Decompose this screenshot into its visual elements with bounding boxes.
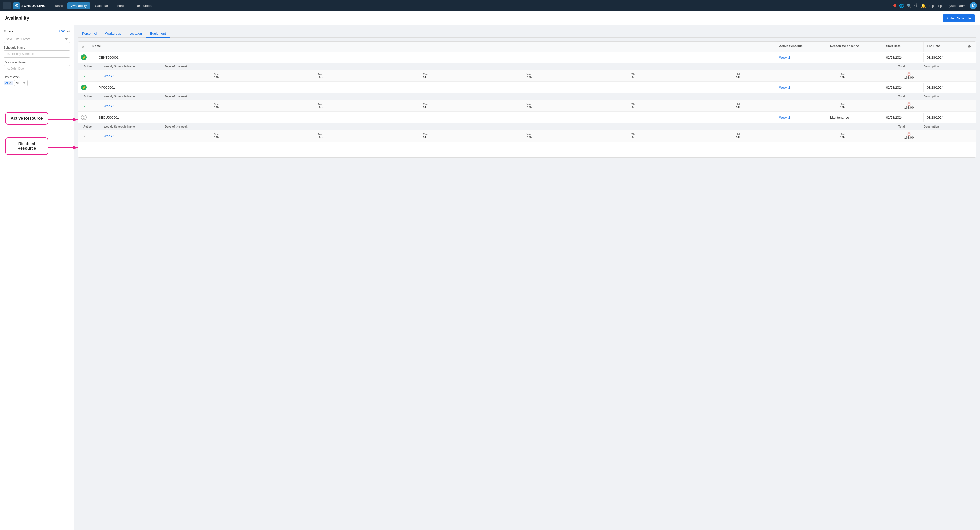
globe-icon[interactable]: 🌐 [899,3,904,8]
sub-th-total: Total [896,63,922,70]
sub-total-cell: ⏰ 168:00 [896,70,922,81]
row-actions-cell [964,55,976,60]
resource-name-label: Resource Name [3,60,70,64]
row-expand-button[interactable]: ⌄ [92,86,97,89]
sub-schedule-link[interactable]: Week 1 [103,134,115,138]
tab-equipment[interactable]: Equipment [146,30,170,38]
search-icon[interactable]: 🔍 [907,3,912,8]
sub-schedule-name-cell: Week 1 [102,72,163,80]
active-status-icon: ⚡ [81,54,87,60]
schedule-link[interactable]: Week 1 [779,116,790,119]
nav-lang: esp [929,4,934,8]
sub-days-cell: Sun24h Mon24h Tue24h Wed24h Thu24h Fri24… [163,101,896,111]
sub-th-schedule-name: Weekly Schedule Name [102,63,163,70]
top-navigation: ← ⏱ SCHEDULING Tasks Availability Calend… [0,0,980,11]
end-date-cell: 03/28/2024 [924,83,964,92]
sidebar: Filters Clear ↤ Save Filter Preset Sched… [0,25,74,530]
schedule-name-input[interactable] [3,51,70,57]
sub-table-row: ✓ Week 1 Sun24h Mon24h Tue24h Wed24h Thu… [78,100,976,112]
sub-th-total: Total [896,93,922,100]
content-area: Personnel Workgroup Location Equipment ✕… [74,25,980,530]
table-row: ⊘ ⌄ SEQU000001 Week 1 Maintenance 02/28/… [78,112,976,123]
sub-table-row: ✓ Week 1 Sun24h Mon24h Tue24h Wed24h Thu… [78,70,976,82]
sub-th-days: Days of the week [163,63,896,70]
row-expand-button[interactable]: ⌄ [92,56,97,59]
sub-active-cell: ✓ [81,72,102,80]
sub-th-days: Days of the week [163,93,896,100]
clear-filters-link[interactable]: Clear [57,29,65,33]
nav-tab-monitor[interactable]: Monitor [113,2,131,9]
nav-tab-calendar[interactable]: Calendar [91,2,112,9]
active-status-icon: ⚡ [81,84,87,90]
help-icon[interactable]: ⓘ [914,3,918,8]
sub-th-schedule-name: Weekly Schedule Name [102,123,163,130]
new-schedule-button[interactable]: + New Schedule [943,14,975,22]
row-expand-button[interactable]: ⌄ [92,116,97,119]
bell-icon[interactable]: 🔔 [921,3,926,8]
active-schedule-cell: Week 1 [776,113,827,122]
schedule-name-label: Schedule Name [3,46,70,49]
day-of-week-label: Day of week [3,75,70,79]
back-button[interactable]: ← [3,2,11,10]
schedule-link[interactable]: Week 1 [779,86,790,89]
clock-icon: ⏰ [907,132,911,136]
nav-right-section: 🌐 🔍 ⓘ 🔔 esp esp | system admin SA [893,2,977,9]
sub-days-cell: Sun24h Mon24h Tue24h Wed24h Thu24h Fri24… [163,131,896,141]
sub-description-cell [922,74,973,78]
resource-id: CENT000001 [99,56,119,59]
annotation-disabled-resource: Disabled Resource [5,138,48,155]
resource-name-cell: ⌄ PIP000001 [89,83,776,92]
reason-cell [827,55,883,60]
filters-header: Filters Clear ↤ [3,29,70,33]
filters-label: Filters [3,29,13,33]
sub-table-header: Active Weekly Schedule Name Days of the … [78,63,976,70]
sub-schedule-link[interactable]: Week 1 [103,74,115,78]
th-settings: ⚙ [964,42,976,52]
sub-active-cell: ✓ [81,132,102,140]
schedule-link[interactable]: Week 1 [779,56,790,59]
sub-table-row: ✓ Week 1 Sun24h Mon24h Tue24h Wed24h Thu… [78,130,976,142]
resource-status-icon: ⚡ [78,82,89,93]
settings-icon-button[interactable]: ⚙ [967,44,971,49]
day-tag-all: All ✕ [3,81,13,85]
sub-th-active: Active [81,63,102,70]
resource-name-cell: ⌄ CENT000001 [89,53,776,62]
sub-th-description: Description [922,123,973,130]
nav-lang-label: esp [937,4,942,8]
sub-th-description: Description [922,93,973,100]
reason-cell [827,85,883,90]
sub-active-cell: ✓ [81,102,102,110]
user-avatar[interactable]: SA [970,2,977,9]
sub-schedule-link[interactable]: Week 1 [103,104,115,108]
th-active-schedule: Active Schedule [776,42,827,52]
sub-th-days: Days of the week [163,123,896,130]
sub-table-3: Active Weekly Schedule Name Days of the … [78,123,976,142]
sub-table-2: Active Weekly Schedule Name Days of the … [78,93,976,112]
tab-location[interactable]: Location [125,30,146,38]
nav-tab-availability[interactable]: Availability [67,2,90,9]
resource-name-input[interactable] [3,65,70,72]
clock-icon: ⏰ [907,102,911,106]
collapse-sidebar-button[interactable]: ↤ [67,29,70,33]
tab-personnel[interactable]: Personnel [78,30,101,38]
nav-tab-resources[interactable]: Resources [132,2,155,9]
page-header: Availability + New Schedule [0,11,980,25]
day-tag-remove[interactable]: ✕ [9,81,11,85]
nav-tab-tasks[interactable]: Tasks [51,2,67,9]
sub-schedule-name-cell: Week 1 [102,132,163,140]
main-layout: Filters Clear ↤ Save Filter Preset Sched… [0,25,980,530]
sub-description-cell [922,134,973,138]
resource-status-icon: ⚡ [78,52,89,63]
main-table: ✕ Name Active Schedule Reason for absenc… [78,41,976,157]
day-of-week-select[interactable]: All Sun Mon Tue Wed Thu Fri Sat [14,80,27,86]
day-of-week-filter: All ✕ All Sun Mon Tue Wed Thu Fri Sat [3,80,70,86]
preset-select[interactable]: Save Filter Preset [3,36,70,43]
sub-th-description: Description [922,63,973,70]
tab-workgroup[interactable]: Workgroup [101,30,125,38]
clear-icon-btn[interactable]: ✕ [81,44,84,49]
resource-name-cell: ⌄ SEQU000001 [89,113,776,122]
table-header-row: ✕ Name Active Schedule Reason for absenc… [78,42,976,52]
sub-th-total: Total [896,123,922,130]
start-date-cell: 02/28/2024 [883,53,924,62]
resource-id: SEQU000001 [99,116,119,119]
